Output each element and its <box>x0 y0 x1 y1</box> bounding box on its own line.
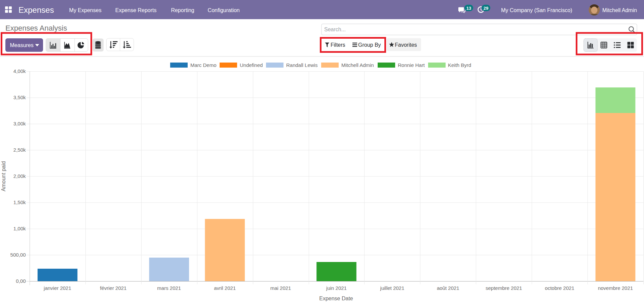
svg-text:Expense Reports: Expense Reports <box>115 7 157 13</box>
svg-text:Expenses: Expenses <box>18 5 54 14</box>
svg-text:29: 29 <box>484 6 488 11</box>
svg-text:Mitchell Admin: Mitchell Admin <box>602 7 637 13</box>
svg-text:3,50k: 3,50k <box>13 94 26 100</box>
svg-text:février 2021: février 2021 <box>100 285 126 291</box>
svg-text:Ronnie Hart: Ronnie Hart <box>398 62 425 68</box>
svg-text:Marc Demo: Marc Demo <box>190 62 217 68</box>
svg-text:juillet 2021: juillet 2021 <box>380 285 405 291</box>
svg-text:juin 2021: juin 2021 <box>326 285 347 291</box>
svg-text:mai 2021: mai 2021 <box>270 285 291 291</box>
svg-text:août 2021: août 2021 <box>437 285 459 291</box>
svg-text:Amount paid: Amount paid <box>1 161 6 191</box>
svg-text:500,00: 500,00 <box>10 252 26 258</box>
svg-text:3,00k: 3,00k <box>13 121 26 126</box>
svg-text:mars 2021: mars 2021 <box>157 285 181 291</box>
svg-text:septembre 2021: septembre 2021 <box>486 285 522 291</box>
svg-text:Keith Byrd: Keith Byrd <box>448 62 471 68</box>
svg-text:Favorites: Favorites <box>395 42 417 48</box>
svg-text:Measures: Measures <box>10 42 34 48</box>
svg-text:Reporting: Reporting <box>171 7 194 13</box>
svg-text:My Expenses: My Expenses <box>69 7 102 13</box>
svg-text:2,00k: 2,00k <box>13 173 26 179</box>
svg-text:Filters: Filters <box>331 42 345 48</box>
svg-text:Randall Lewis: Randall Lewis <box>286 62 317 68</box>
svg-text:1,50k: 1,50k <box>13 199 26 205</box>
svg-text:avril 2021: avril 2021 <box>214 285 236 291</box>
svg-text:Expense Date: Expense Date <box>319 296 353 301</box>
svg-text:4,00k: 4,00k <box>13 68 26 74</box>
svg-text:Configuration: Configuration <box>208 7 240 13</box>
svg-text:2,50k: 2,50k <box>13 147 26 153</box>
svg-text:Group By: Group By <box>358 42 381 48</box>
svg-text:Search...: Search... <box>324 27 346 32</box>
svg-text:Mitchell Admin: Mitchell Admin <box>341 62 374 68</box>
svg-text:13: 13 <box>466 6 471 11</box>
svg-text:My Company (San Francisco): My Company (San Francisco) <box>501 7 572 13</box>
svg-text:novembre 2021: novembre 2021 <box>598 285 633 291</box>
svg-text:Expenses Analysis: Expenses Analysis <box>5 24 67 32</box>
svg-text:0,00: 0,00 <box>16 278 26 284</box>
svg-text:octobre 2021: octobre 2021 <box>545 285 574 291</box>
svg-text:1,00k: 1,00k <box>13 226 26 231</box>
svg-text:Undefined: Undefined <box>240 62 263 68</box>
svg-text:janvier 2021: janvier 2021 <box>43 285 71 291</box>
